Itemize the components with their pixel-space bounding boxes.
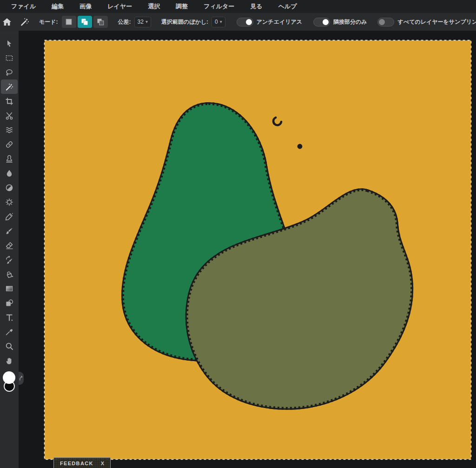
mixer-brush-tool[interactable] [1, 252, 18, 267]
mode-label: モード: [39, 18, 58, 26]
heal-tool[interactable] [1, 137, 18, 152]
menu-bar: ファイル 編集 画像 レイヤー 選択 調整 フィルター 見る ヘルプ [0, 0, 476, 13]
new-selection-icon [64, 17, 73, 26]
tolerance-input[interactable]: 32 ▾ [134, 17, 151, 27]
gradient-tool[interactable] [1, 281, 18, 296]
color-swatches [1, 371, 18, 397]
brush-icon [5, 226, 14, 236]
hand-icon [5, 356, 14, 365]
hand-tool[interactable] [1, 353, 18, 368]
mode-add-selection-button[interactable] [78, 16, 92, 28]
magic-wand-icon [20, 17, 30, 27]
magnifier-icon [5, 342, 14, 351]
menu-select[interactable]: 選択 [148, 2, 160, 11]
sponge-tool[interactable] [1, 195, 18, 209]
zoom-tool[interactable] [1, 339, 18, 353]
home-icon [2, 17, 12, 27]
antialias-label: アンチエイリアス [257, 18, 302, 26]
menu-adjust[interactable]: 調整 [176, 2, 188, 11]
move-tool[interactable] [1, 36, 18, 51]
marquee-select-tool[interactable] [1, 51, 18, 65]
magic-wand-tool[interactable] [1, 79, 18, 94]
contiguous-label: 隣接部分のみ [333, 18, 367, 26]
gradient-icon [5, 284, 14, 293]
toggle-knob [323, 19, 329, 25]
dodge-burn-tool[interactable] [1, 180, 18, 195]
eyedropper-icon [5, 327, 14, 336]
swap-colors-tab[interactable] [19, 372, 24, 385]
half-circle-icon [5, 183, 14, 192]
subtract-selection-icon [96, 17, 105, 26]
stamp-icon [5, 154, 14, 164]
workspace: FEEDBACK X [19, 31, 476, 468]
add-selection-icon [80, 17, 89, 26]
mode-subtract-selection-button[interactable] [93, 16, 108, 28]
bandage-icon [5, 140, 14, 149]
magic-wand-icon [5, 82, 14, 92]
mixer-brush-icon [5, 255, 14, 264]
shapes-icon [5, 298, 14, 308]
pen-tool[interactable] [1, 209, 18, 224]
foreground-color-swatch[interactable] [3, 371, 15, 384]
fill-tool[interactable] [1, 267, 18, 281]
eraser-tool[interactable] [1, 238, 18, 252]
mode-new-selection-button[interactable] [62, 16, 76, 28]
feather-label: 選択範囲のぼかし: [161, 18, 208, 26]
photo-editor-app: ファイル 編集 画像 レイヤー 選択 調整 フィルター 見る ヘルプ モード: [0, 0, 476, 468]
sample-all-layers-toggle[interactable] [377, 18, 394, 26]
text-tool[interactable] [1, 310, 18, 324]
color-picker-tool[interactable] [1, 324, 18, 339]
home-button[interactable] [2, 15, 12, 29]
crop-icon [5, 97, 14, 106]
feedback-close-button[interactable]: X [101, 461, 104, 466]
sample-all-layers-label: すべてのレイヤーをサンプリングする [398, 18, 476, 26]
antialias-toggle[interactable] [237, 18, 253, 26]
feather-value: 0 [215, 19, 218, 25]
waves-icon [5, 125, 14, 135]
shape-tool[interactable] [1, 296, 18, 310]
crop-tool[interactable] [1, 94, 18, 108]
feather-input[interactable]: 0 ▾ [212, 17, 225, 27]
selection-mode-group [62, 16, 108, 28]
contiguous-toggle[interactable] [313, 18, 330, 26]
eraser-icon [5, 241, 14, 250]
swap-arrow-icon [19, 375, 23, 382]
lasso-select-tool[interactable] [1, 65, 18, 79]
feedback-label: FEEDBACK [60, 461, 93, 466]
water-drop-icon [5, 169, 14, 178]
menu-image[interactable]: 画像 [79, 2, 92, 11]
tolerance-value: 32 [138, 19, 144, 25]
tolerance-label: 公差: [118, 18, 131, 26]
dropdown-arrow-icon: ▾ [220, 20, 222, 24]
paint-bucket-icon [5, 270, 14, 279]
marquee-icon [5, 53, 14, 63]
brush-tool[interactable] [1, 224, 18, 238]
detail-blur-tool[interactable] [1, 166, 18, 180]
scissors-icon [5, 111, 14, 120]
document-canvas[interactable] [44, 40, 472, 460]
text-icon [5, 313, 14, 322]
pen-icon [5, 212, 14, 221]
avocado-illustration [44, 40, 472, 460]
clone-stamp-tool[interactable] [1, 152, 18, 166]
lasso-icon [5, 68, 14, 77]
menu-edit[interactable]: 編集 [52, 2, 64, 11]
move-cursor-icon [5, 39, 14, 48]
toggle-knob [246, 19, 252, 25]
sun-circle-icon [5, 198, 14, 207]
active-tool-indicator [20, 15, 30, 29]
menu-layer[interactable]: レイヤー [107, 2, 132, 11]
liquify-tool[interactable] [1, 123, 18, 137]
dropdown-arrow-icon: ▾ [145, 20, 148, 24]
toggle-knob [379, 19, 385, 25]
feedback-button[interactable]: FEEDBACK X [53, 457, 111, 468]
cutout-tool[interactable] [1, 108, 18, 123]
tool-bar [0, 31, 19, 468]
menu-file[interactable]: ファイル [11, 2, 36, 11]
menu-help[interactable]: ヘルプ [278, 2, 297, 11]
options-bar: モード: 公差: 32 ▾ [0, 13, 476, 31]
menu-view[interactable]: 見る [250, 2, 262, 11]
menu-filter[interactable]: フィルター [204, 2, 234, 11]
